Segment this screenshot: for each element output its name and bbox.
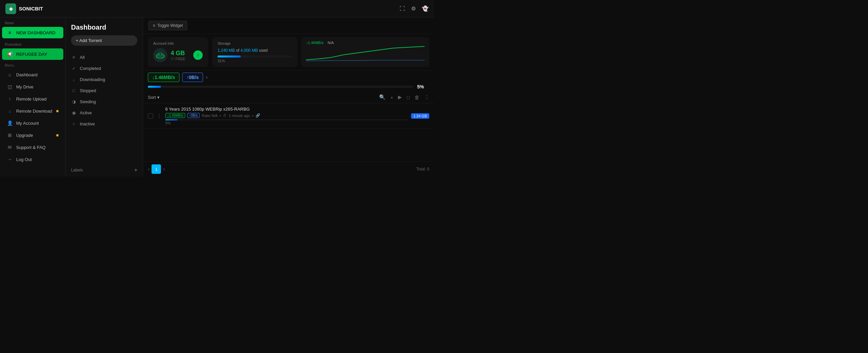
topbar-actions: ⛶ ⚙ 👻 xyxy=(400,5,429,12)
progress-bar-main xyxy=(148,86,413,88)
filter-seeding-icon: ◑ xyxy=(71,99,76,104)
remote-download-badge xyxy=(56,110,59,112)
total-label: Total: 0 xyxy=(416,167,429,172)
sidebar-item-logout[interactable]: → Log Out xyxy=(2,154,63,165)
storage-used-label: used xyxy=(259,48,268,53)
sidebar-item-remote-upload[interactable]: ↑ Remote Upload xyxy=(2,93,63,105)
plan-label: FREE xyxy=(176,57,185,61)
speed-display-row: ↓1.46MB/s ↑0B/s › xyxy=(143,73,434,82)
storage-total: 4,000 MB xyxy=(240,48,257,53)
torrent-size: 1.24 GB xyxy=(411,113,429,119)
filter-downloading[interactable]: ↓ Downloading xyxy=(66,74,143,85)
filter-active-label: Active xyxy=(80,110,92,115)
storage-title: Storage xyxy=(217,41,292,45)
upload-icon: ↑ xyxy=(7,96,13,102)
sidebar-label-new-dashboard: NEW DASHBOARD xyxy=(16,30,55,35)
sidebar-item-upgrade[interactable]: ⊞ Upgrade xyxy=(2,130,63,141)
torrent-menu-icon[interactable]: ⋮ xyxy=(157,113,162,119)
download-speed-value: ↓1.46MB/s xyxy=(152,75,175,80)
storage-used: 1,240 MB xyxy=(217,48,235,53)
filter-seeding[interactable]: ◑ Seeding xyxy=(66,96,143,107)
labels-header: Labels + xyxy=(66,164,143,176)
play-icon[interactable]: ▶ xyxy=(398,94,402,100)
stop-icon[interactable]: □ xyxy=(407,95,410,100)
home-icon: ⌂ xyxy=(7,72,13,77)
drive-icon: ◫ xyxy=(7,84,13,90)
prev-page-button[interactable]: ‹ xyxy=(148,166,150,172)
user-icon[interactable]: 👻 xyxy=(422,5,429,12)
storage-bar-bg xyxy=(217,56,292,58)
torrent-checkbox[interactable] xyxy=(148,113,153,119)
toggle-widget-label: Toggle Widget xyxy=(157,23,183,28)
filter-inactive[interactable]: ○ Inactive xyxy=(66,118,143,130)
search-icon[interactable]: 🔍 xyxy=(379,94,385,100)
torrent-list: ⋮ 6 Years 2015 1080p WEBRip x265-RARBG ↓… xyxy=(143,103,434,162)
sidebar-item-my-drive[interactable]: ◫ My Drive xyxy=(2,81,63,93)
filter-all[interactable]: ≡ All xyxy=(66,52,143,63)
torrent-name: 6 Years 2015 1080p WEBRip x265-RARBG xyxy=(165,107,408,112)
main-layout: News ≡ NEW DASHBOARD Promotion 📢 REFUGEE… xyxy=(0,17,434,176)
torrent-meta: ↓1.46MB/s ↑0B/s Ratio N/A • ⏱ 1 minute a… xyxy=(165,113,408,118)
expand-icon[interactable]: ⛶ xyxy=(400,6,405,12)
torrent-row: ⋮ 6 Years 2015 1080p WEBRip x265-RARBG ↓… xyxy=(143,103,434,129)
filter-list: ≡ All ✓ Completed ↓ Downloading □ Stoppe… xyxy=(66,52,143,164)
add-icon[interactable]: + xyxy=(390,95,393,100)
account-avatar xyxy=(153,48,167,62)
account-storage: 4 GB 🛡 FREE xyxy=(171,50,185,61)
page-1-button[interactable]: 1 xyxy=(152,165,161,174)
filter-downloading-label: Downloading xyxy=(80,77,105,82)
upload-speed-box: ↑0B/s xyxy=(182,73,204,82)
torrent-bullet-1: • xyxy=(219,114,221,118)
sort-chevron-icon: ▾ xyxy=(157,95,160,100)
labels-title: Labels xyxy=(71,168,83,173)
sidebar-item-refugee-day[interactable]: 📢 REFUGEE DAY xyxy=(2,48,63,60)
filter-all-label: All xyxy=(80,55,85,60)
plan-icon: 🛡 xyxy=(171,57,175,61)
sidebar-section-promotion: Promotion xyxy=(0,39,65,48)
filter-stopped[interactable]: □ Stopped xyxy=(66,85,143,96)
sidebar-label-refugee-day: REFUGEE DAY xyxy=(16,52,47,57)
download-icon: ↓ xyxy=(7,108,13,114)
sidebar-item-support[interactable]: ✉ Support & FAQ xyxy=(2,142,63,153)
torrent-time: 1 minute ago xyxy=(228,114,250,118)
delete-icon[interactable]: 🗑 xyxy=(414,95,420,100)
torrent-link-icon[interactable]: 🔗 xyxy=(255,113,260,118)
more-icon[interactable]: ⋮ xyxy=(424,94,429,100)
app-name: SONICBIT xyxy=(19,6,43,11)
sidebar-item-my-account[interactable]: 👤 My Account xyxy=(2,117,63,129)
filter-seeding-label: Seeding xyxy=(80,99,96,104)
promo-icon: 📢 xyxy=(7,51,13,57)
toggle-widget-button[interactable]: ≡ Toggle Widget xyxy=(149,21,187,30)
settings-icon[interactable]: ⚙ xyxy=(411,5,416,12)
filter-completed-label: Completed xyxy=(80,66,101,71)
storage-bar-fill xyxy=(217,56,240,58)
dashboard-icon: ≡ xyxy=(7,30,13,35)
filter-stopped-icon: □ xyxy=(71,88,76,93)
filter-completed[interactable]: ✓ Completed xyxy=(66,63,143,74)
labels-add-button[interactable]: + xyxy=(134,167,137,173)
logo-icon: ◈ xyxy=(5,3,16,14)
sidebar-item-dashboard[interactable]: ⌂ Dashboard xyxy=(2,69,63,80)
sidebar-label-remote-upload: Remote Upload xyxy=(16,97,46,102)
sidebar: News ≡ NEW DASHBOARD Promotion 📢 REFUGEE… xyxy=(0,17,66,176)
sidebar-item-remote-download[interactable]: ↓ Remote Download xyxy=(2,105,63,117)
storage-of: of xyxy=(236,48,240,53)
next-page-button[interactable]: › xyxy=(163,166,165,172)
torrent-progress-bar xyxy=(165,119,408,120)
sidebar-label-logout: Log Out xyxy=(16,157,32,162)
account-gb: 4 GB xyxy=(171,50,185,57)
filter-active[interactable]: ◉ Active xyxy=(66,107,143,118)
clock-icon: ⏱ xyxy=(223,114,226,118)
torrent-bullet-2: • xyxy=(252,114,253,118)
sort-button[interactable]: Sort ▾ xyxy=(148,95,160,100)
speed-widget: ↓1.46MB/s N/A xyxy=(301,37,429,67)
upload-speed-value: ↑0B/s xyxy=(187,75,199,80)
progress-percent: 5% xyxy=(417,84,429,90)
account-info-widget: Account Info 4 GB xyxy=(148,37,208,67)
upload-button[interactable]: ↑ xyxy=(193,50,203,60)
speed-arrow-icon: › xyxy=(206,74,208,80)
add-torrent-button[interactable]: + Add Torrent xyxy=(71,35,137,46)
dashboard-title: Dashboard xyxy=(71,24,137,31)
torrent-ratio: Ratio N/A xyxy=(202,114,217,118)
sidebar-item-new-dashboard[interactable]: ≡ NEW DASHBOARD xyxy=(2,27,63,38)
